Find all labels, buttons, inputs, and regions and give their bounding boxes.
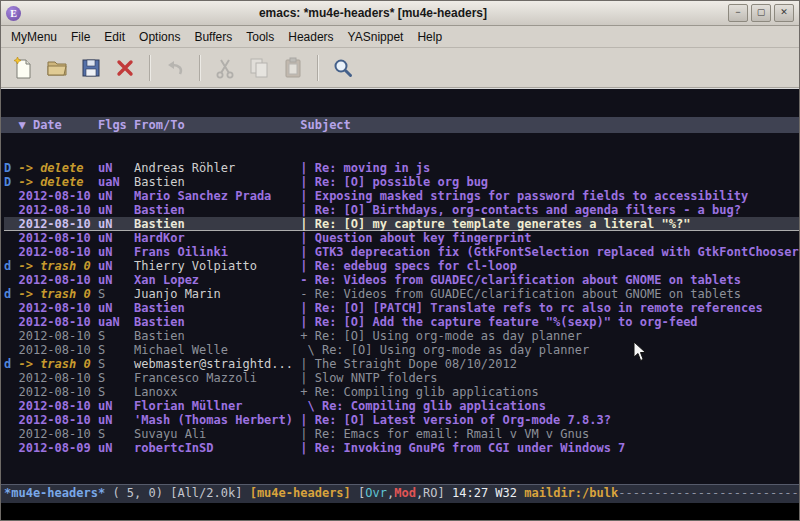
date-field: 2012-08-09 [18,441,97,455]
mark-field: D [4,161,18,175]
menu-options[interactable]: Options [132,27,187,47]
from-field: HardKor [134,231,300,245]
menu-mymenu[interactable]: MyMenu [4,27,64,47]
open-folder-button[interactable] [40,52,74,84]
subject-field: | Question about key fingerprint [300,231,531,245]
subject-field: | Re: [O] possible org bug [300,175,488,189]
flags-field: uaN [98,175,134,189]
message-row[interactable]: 2012-08-10 uN Bastien | Re: [O] Birthday… [4,203,799,217]
from-field: Andreas Röhler [134,161,300,175]
message-list: D -> delete uN Andreas Röhler | Re: movi… [1,161,799,455]
menu-file[interactable]: File [64,27,97,47]
subject-field: | Re: moving in js [300,161,430,175]
maximize-button[interactable]: ▢ [751,4,771,22]
date-field: 2012-08-10 [18,371,97,385]
menu-yasnippet[interactable]: YASnippet [341,27,411,47]
message-row[interactable]: 2012-08-10 uN Florian Müllner \ Re: Comp… [4,399,799,413]
modeline-segment: [ [351,486,365,500]
message-row[interactable]: 2012-08-10 uN Bastien | Re: [O] my captu… [4,217,799,231]
menu-edit[interactable]: Edit [97,27,132,47]
toolbar-separator [149,55,151,81]
message-row[interactable]: 2012-08-10 uN Frans Oilinki | GTK3 depre… [4,245,799,259]
message-row[interactable]: 2012-08-10 S Lanoxx + Re: Compiling glib… [4,385,799,399]
from-field: Bastien [134,329,300,343]
date-field: 2012-08-10 [18,315,97,329]
copy-icon [247,56,271,80]
flags-field: S [98,357,134,371]
message-row[interactable]: 2012-08-10 uN Bastien | Re: [O] [PATCH] … [4,301,799,315]
flags-field: uN [98,301,134,315]
date-field: -> trash 0 [18,259,97,273]
message-row[interactable]: D -> delete uN Andreas Röhler | Re: movi… [4,161,799,175]
mark-field: d [4,357,18,371]
new-file-icon [11,56,35,80]
message-row[interactable]: 2012-08-10 uN Mario Sanchez Prada | Expo… [4,189,799,203]
date-field: 2012-08-10 [18,329,97,343]
subject-field: - Re: Videos from GUADEC/clarification a… [300,287,741,301]
date-field: 2012-08-10 [18,217,97,231]
flags-field: uN [98,273,134,287]
subject-field: | Re: [O] my capture template generates … [300,217,690,231]
subject-field: | Slow NNTP folders [300,371,437,385]
flags-field: uN [98,259,134,273]
menu-help[interactable]: Help [410,27,449,47]
menu-buffers[interactable]: Buffers [187,27,239,47]
column-gutter [4,118,18,132]
from-field: Lanoxx [134,385,300,399]
new-file-button[interactable] [6,52,40,84]
from-field: Bastien [134,217,300,231]
modeline-segment: ----------------------------------------… [618,486,799,500]
mark-field [4,245,18,259]
echo-area[interactable] [1,503,799,520]
message-row[interactable]: D -> delete uaN Bastien | Re: [O] possib… [4,175,799,189]
from-field: Florian Müllner [134,399,300,413]
message-row[interactable]: d -> trash 0 S webmaster@straightd... | … [4,357,799,371]
message-row[interactable]: 2012-08-10 S Suvayu Ali | Re: Emacs for … [4,427,799,441]
message-row[interactable]: 2012-08-10 uN Xan Lopez - Re: Videos fro… [4,273,799,287]
search-button[interactable] [326,52,360,84]
column-from[interactable]: From/To [134,118,300,132]
message-row[interactable]: d -> trash 0 uN Thierry Volpiatto | Re: … [4,259,799,273]
mark-field [4,203,18,217]
window-title: emacs: *mu4e-headers* [mu4e-headers] [21,6,725,20]
from-field: webmaster@straightd... [134,357,300,371]
menu-headers[interactable]: Headers [281,27,340,47]
from-field: Bastien [134,203,300,217]
flags-field: uN [98,399,134,413]
from-field: Thierry Volpiatto [134,259,300,273]
flags-field: uN [98,231,134,245]
message-row[interactable]: 2012-08-10 S Francesco Mazzoli | Slow NN… [4,371,799,385]
flags-field: S [98,427,134,441]
headers-buffer[interactable]: ▼ Date Flgs From/To Subject D -> delete … [1,88,799,484]
open-folder-icon [45,56,69,80]
mark-field [4,329,18,343]
message-row[interactable]: 2012-08-10 S Michael Welle \ Re: [O] Usi… [4,343,799,357]
column-date[interactable]: ▼ Date [18,118,97,132]
menu-tools[interactable]: Tools [239,27,281,47]
modeline-segment: 14:27 W32 [452,486,524,500]
message-row[interactable]: 2012-08-10 uN 'Mash (Thomas Herbert) | R… [4,413,799,427]
mark-field [4,301,18,315]
modeline-segment: maildir:/bulk [524,486,618,500]
subject-field: | GTK3 deprecation fix (GtkFontSelection… [300,245,799,259]
mark-field [4,399,18,413]
toolbar-separator [317,55,319,81]
minimize-button[interactable]: − [728,4,748,22]
mark-field: d [4,259,18,273]
date-field: 2012-08-10 [18,189,97,203]
column-subject[interactable]: Subject [300,118,351,132]
save-button[interactable] [74,52,108,84]
message-row[interactable]: 2012-08-10 uaN Bastien | Re: [O] Add the… [4,315,799,329]
title-bar[interactable]: E emacs: *mu4e-headers* [mu4e-headers] −… [1,1,799,26]
date-field: -> delete [18,175,97,189]
column-flags[interactable]: Flgs [98,118,134,132]
message-row[interactable]: 2012-08-10 S Bastien + Re: [O] Using org… [4,329,799,343]
flags-field: S [98,343,134,357]
message-row[interactable]: d -> trash 0 S Juanjo Marin - Re: Videos… [4,287,799,301]
message-row[interactable]: 2012-08-09 uN robertcInSD | Re: Invoking… [4,441,799,455]
message-row[interactable]: 2012-08-10 uN HardKor | Question about k… [4,231,799,245]
date-field: -> trash 0 [18,287,97,301]
close-button[interactable]: ✕ [774,4,794,22]
mode-line[interactable]: *mu4e-headers* ( 5, 0) [All/2.0k] [mu4e-… [1,484,799,503]
close-buffer-button[interactable] [108,52,142,84]
